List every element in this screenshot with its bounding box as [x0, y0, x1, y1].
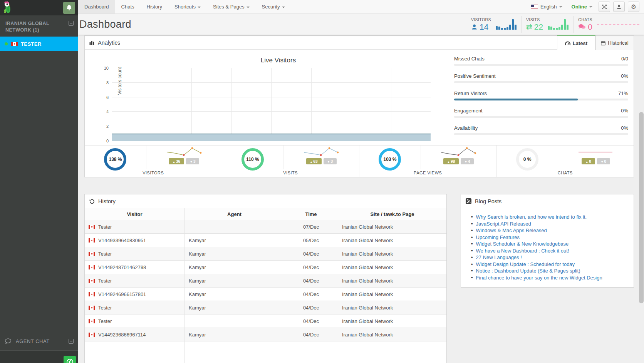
agent-chat-bar[interactable]: AGENT CHAT — [0, 332, 78, 351]
gauge-icon — [565, 41, 570, 45]
col-time: Time — [284, 208, 338, 220]
tab-sites-pages[interactable]: Sites & Pages — [207, 0, 256, 13]
col-site: Site / tawk.to Page — [338, 208, 446, 220]
col-visitor: Visitor — [85, 208, 185, 220]
chart-plot-area: 0246810 — [112, 68, 431, 141]
tab-history[interactable]: History — [141, 0, 168, 13]
analytics-tabs: Latest Historical — [557, 35, 634, 50]
online-status-selector[interactable]: Online — [569, 4, 595, 10]
mini-bar — [561, 25, 563, 30]
y-axis-tick: 0 — [106, 139, 109, 143]
gridline — [391, 68, 391, 141]
blog-post-link[interactable]: Final chance to have your say on the new… — [476, 275, 602, 281]
fullscreen-button[interactable] — [599, 2, 610, 12]
tab-historical[interactable]: Historical — [595, 35, 634, 50]
expand-agent-chat-icon[interactable] — [69, 339, 74, 344]
visitor-person-icon — [471, 24, 478, 30]
sidebar-item-property-tester[interactable]: TESTER — [0, 37, 78, 51]
kpi-page-views: 103 % 98 4 PAGE VIEWS — [359, 146, 497, 177]
list-item: 27 New Languages ! — [471, 254, 627, 261]
chart-title: Live Visitors — [112, 57, 445, 64]
profile-button[interactable] — [613, 2, 625, 12]
mini-bar — [506, 27, 508, 30]
blog-posts-list: Why Search is broken, and how we intend … — [461, 208, 634, 287]
area-series-visitors — [112, 134, 431, 141]
gear-icon: ⚙ — [631, 4, 636, 10]
table-row[interactable]: Tester 07/Dec Iranian Global Network — [85, 220, 446, 234]
blog-post-link[interactable]: Notice : Dashboard Update (Site & Pages … — [476, 268, 580, 274]
vertical-scrollbar-thumb[interactable] — [639, 112, 644, 303]
fullscreen-icon — [602, 4, 607, 10]
list-item: We have a New Dashboard : Check it out! — [471, 248, 627, 254]
language-selector[interactable]: English — [528, 4, 565, 10]
table-row[interactable]: Tester Kamyar 04/Dec Iranian Global Netw… — [85, 247, 446, 261]
list-item: Final chance to have your say on the new… — [471, 274, 627, 281]
tab-latest[interactable]: Latest — [557, 35, 595, 50]
tab-security[interactable]: Security — [256, 0, 291, 13]
list-item: Why Search is broken, and how we intend … — [471, 214, 627, 221]
tab-dashboard[interactable]: Dashboard — [78, 0, 115, 13]
up-change-badge: 63 — [306, 158, 322, 164]
blog-post-link[interactable]: We have a New Dashboard : Check it out! — [476, 248, 569, 254]
canada-flag-icon — [89, 252, 95, 256]
stat-visitors-value: 14 — [480, 22, 488, 32]
metric-value: 0% — [621, 108, 628, 114]
mini-bar — [564, 19, 566, 30]
sidebar-bottom-strip — [0, 351, 78, 363]
up-change-badge: 36 — [169, 158, 184, 164]
blog-panel-title: Blog Posts — [475, 198, 501, 204]
blog-post-link[interactable]: Widget Design Update : Scheduled for tod… — [476, 261, 575, 267]
sidebar-top-bar — [0, 0, 78, 15]
metric-missed-chats: Missed Chats0/0 — [454, 56, 628, 66]
mini-bar — [498, 27, 500, 30]
kpi-sparkline — [163, 147, 205, 158]
chevron-down-icon — [198, 7, 201, 8]
progress-bar — [454, 116, 628, 118]
kpi-visits: 110 % 63 3 VISITS — [222, 146, 360, 177]
language-label: English — [540, 4, 557, 10]
kpi-label: PAGE VIEWS — [359, 171, 496, 175]
table-row[interactable]: V1449339640830951 Kamyar 05/Dec Iranian … — [85, 234, 446, 247]
table-row[interactable]: Tester Kamyar 04/Dec Iranian Global Netw… — [85, 274, 446, 288]
blog-post-link[interactable]: JavaScript API Released — [476, 221, 531, 227]
main-content: Latest Historical — [78, 35, 644, 363]
table-row[interactable]: Tester 04/Dec Iranian Global Network — [85, 314, 446, 328]
stat-visits-label: VISITS — [526, 17, 543, 22]
down-change-badge: 4 — [461, 158, 474, 164]
stat-chats-label: CHATS — [578, 17, 592, 22]
metric-value: 0% — [621, 125, 628, 131]
down-change-badge: 0 — [597, 158, 610, 164]
blog-post-link[interactable]: Why Search is broken, and how we intend … — [476, 214, 587, 220]
person-icon — [616, 4, 622, 10]
gridline — [191, 68, 192, 141]
bell-icon — [66, 5, 72, 11]
table-row[interactable]: V1449246966157801 Kamyar 04/Dec Iranian … — [85, 288, 446, 301]
collapse-group-icon[interactable] — [69, 21, 74, 26]
notifications-bell-button[interactable] — [63, 2, 75, 14]
sidebar: IRANIAN GLOBAL NETWORK (1) TESTER AGENT … — [0, 0, 78, 363]
list-item: Windows & Mac Apps Released — [471, 227, 627, 234]
chevron-down-icon — [282, 7, 285, 8]
down-change-badge: 3 — [324, 158, 337, 164]
list-item: Widget Scheduler & New Knowledgebase — [471, 241, 627, 248]
kpi-label: VISITS — [222, 171, 359, 175]
canada-flag-icon — [89, 319, 95, 323]
blog-post-link[interactable]: Windows & Mac Apps Released — [476, 228, 547, 233]
settings-button[interactable]: ⚙ — [628, 2, 639, 12]
blog-post-link[interactable]: 27 New Languages ! — [476, 254, 522, 260]
tab-chats[interactable]: Chats — [115, 0, 141, 13]
table-row[interactable]: V1449248701462798 Kamyar 04/Dec Iranian … — [85, 261, 446, 274]
metric-value: 0/0 — [621, 56, 628, 62]
top-navbar: Dashboard Chats History Shortcuts Sites … — [78, 0, 644, 14]
tab-shortcuts[interactable]: Shortcuts — [168, 0, 207, 13]
tawkto-parrot-logo — [2, 1, 14, 14]
us-flag-icon — [531, 5, 538, 9]
blog-post-link[interactable]: Widget Scheduler & New Knowledgebase — [476, 241, 569, 247]
navbar-right: English Online ⚙ — [528, 0, 644, 13]
table-row[interactable]: Tester Kamyar 04/Dec Iranian Global Netw… — [85, 301, 446, 314]
blog-post-link[interactable]: Upcoming Features — [476, 234, 520, 240]
metric-positive-sentiment: Positive Sentiment0% — [454, 73, 628, 83]
metric-value: 0% — [621, 73, 628, 79]
collapse-sidebar-button[interactable] — [64, 356, 76, 363]
table-row[interactable]: V1449236866967114 Kamyar 04/Dec Iranian … — [85, 328, 446, 341]
